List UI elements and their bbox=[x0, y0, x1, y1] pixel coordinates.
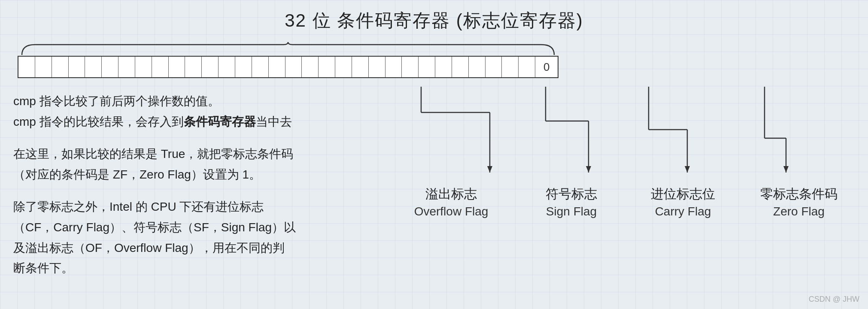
bit-cell bbox=[319, 57, 335, 77]
bit-cell bbox=[118, 57, 135, 77]
bit-cell bbox=[152, 57, 169, 77]
arrows-svg: 溢出标志 Overflow Flag 符号标志 Sign Flag 进位标志位 … bbox=[305, 87, 855, 293]
main-content: cmp 指令比较了前后两个操作数的值。 cmp 指令的比较结果，会存入到条件码寄… bbox=[13, 87, 855, 293]
bit-cell bbox=[185, 57, 202, 77]
bit-cell bbox=[486, 57, 502, 77]
svg-marker-7 bbox=[586, 166, 591, 173]
bit-cell bbox=[69, 57, 85, 77]
main-container: 32 位 条件码寄存器 (标志位寄存器) bbox=[13, 9, 855, 293]
bit-cell bbox=[169, 57, 185, 77]
text-block-1: cmp 指令比较了前后两个操作数的值。 cmp 指令的比较结果，会存入到条件码寄… bbox=[13, 91, 305, 132]
bit-cell bbox=[52, 57, 69, 77]
bit-cell bbox=[85, 57, 102, 77]
svg-text:Zero Flag: Zero Flag bbox=[773, 205, 825, 218]
bit-cell bbox=[252, 57, 269, 77]
brace-row bbox=[18, 40, 558, 56]
bit-cell bbox=[235, 57, 252, 77]
bit-cell bbox=[385, 57, 402, 77]
bit-cell bbox=[452, 57, 469, 77]
bit-cell-last: 0 bbox=[535, 57, 558, 77]
svg-text:Sign Flag: Sign Flag bbox=[546, 205, 597, 218]
page-title: 32 位 条件码寄存器 (标志位寄存器) bbox=[13, 9, 855, 33]
bit-cell bbox=[335, 57, 352, 77]
svg-marker-15 bbox=[783, 166, 789, 173]
bit-cell bbox=[269, 57, 285, 77]
bold-text: 条件码寄存器 bbox=[184, 115, 256, 128]
bit-cell bbox=[352, 57, 369, 77]
bit-cell bbox=[202, 57, 219, 77]
svg-text:Carry Flag: Carry Flag bbox=[655, 205, 711, 218]
bit-cell bbox=[302, 57, 319, 77]
bit-cell bbox=[502, 57, 519, 77]
bit-cell bbox=[18, 57, 35, 77]
bits-row: 0 bbox=[18, 56, 558, 78]
bit-cell bbox=[219, 57, 235, 77]
bit-cell bbox=[402, 57, 419, 77]
bit-cell bbox=[435, 57, 452, 77]
text-block-2: 在这里，如果比较的结果是 True，就把零标志条件码 （对应的条件码是 ZF，Z… bbox=[13, 144, 305, 185]
svg-marker-3 bbox=[487, 166, 492, 173]
svg-marker-11 bbox=[685, 166, 690, 173]
register-section: 0 bbox=[13, 40, 855, 78]
bit-cell bbox=[35, 57, 52, 77]
svg-text:Overflow Flag: Overflow Flag bbox=[414, 205, 489, 218]
bit-cell bbox=[469, 57, 486, 77]
bit-cell bbox=[285, 57, 302, 77]
bit-cell bbox=[135, 57, 152, 77]
bit-cell bbox=[369, 57, 385, 77]
watermark: CSDN @ JHW bbox=[809, 295, 859, 304]
brace-svg bbox=[18, 40, 558, 56]
svg-text:溢出标志: 溢出标志 bbox=[425, 187, 477, 201]
bit-cell bbox=[519, 57, 535, 77]
svg-text:进位标志位: 进位标志位 bbox=[651, 187, 715, 201]
svg-text:零标志条件码: 零标志条件码 bbox=[760, 187, 838, 201]
svg-text:符号标志: 符号标志 bbox=[546, 187, 597, 201]
text-panel: cmp 指令比较了前后两个操作数的值。 cmp 指令的比较结果，会存入到条件码寄… bbox=[13, 87, 305, 291]
text-block-3: 除了零标志之外，Intel 的 CPU 下还有进位标志 （CF，Carry Fl… bbox=[13, 197, 305, 278]
bit-cell bbox=[419, 57, 435, 77]
diagram-panel: 溢出标志 Overflow Flag 符号标志 Sign Flag 进位标志位 … bbox=[305, 87, 855, 293]
bit-cell bbox=[102, 57, 118, 77]
